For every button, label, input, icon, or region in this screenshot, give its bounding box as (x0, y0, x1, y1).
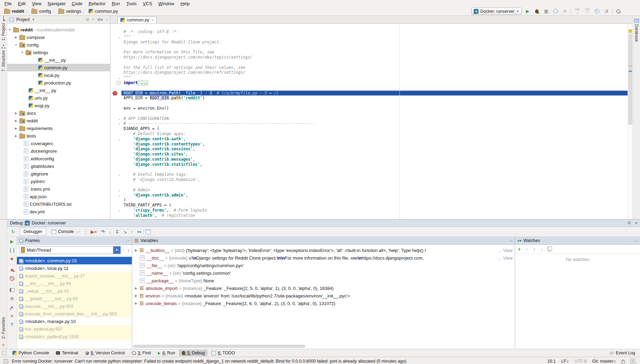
evaluate-expression-icon[interactable] (146, 230, 151, 234)
pin-tab-icon[interactable] (11, 306, 13, 308)
dock-icon[interactable]: →▪ (508, 239, 512, 242)
toolwindow-button-python-console[interactable]: Python Console (10, 350, 52, 356)
gutter[interactable] (110, 50, 121, 55)
menu-window[interactable]: Window (155, 1, 177, 7)
chevron-down-icon[interactable]: ▼ (113, 246, 120, 254)
caret-position[interactable]: 15:1 (547, 359, 555, 364)
event-log-button[interactable]: Event Log (610, 351, 635, 355)
tree-item-.travis.yml[interactable]: .travis.yml (7, 185, 110, 193)
toolwindow-button-3-find[interactable]: 3: Find (129, 350, 154, 356)
gutter[interactable]: ▾ (110, 172, 121, 177)
gutter[interactable] (110, 198, 121, 203)
gutter[interactable] (110, 85, 121, 91)
git-branch-widget[interactable]: Git: master⇵ (592, 359, 616, 364)
gutter[interactable] (110, 65, 121, 70)
step-out-icon[interactable]: ↑ (131, 229, 134, 234)
local-history-button[interactable] (593, 8, 600, 15)
gutter[interactable] (110, 182, 121, 188)
gutter[interactable] (110, 131, 121, 136)
toolwindow-button-4-run[interactable]: ▶4: Run (155, 350, 178, 356)
menu-file[interactable]: File (1, 1, 15, 7)
chevron-collapsed-icon[interactable]: ▶ (135, 302, 140, 305)
menu-help[interactable]: Help (177, 1, 193, 7)
frame-row[interactable]: __getattr__, __init__.py:55 (17, 295, 132, 302)
editor-tab-common-py[interactable]: common.py × (117, 17, 157, 23)
menu-code[interactable]: Code (69, 1, 86, 7)
gutter[interactable]: ▾ (110, 208, 121, 213)
mute-breakpoints-icon[interactable] (10, 276, 14, 281)
sidebar-item-favorites[interactable]: 2: Favorites (1, 317, 6, 339)
tree-item-config[interactable]: ▼config (7, 41, 110, 49)
step-into-my-code-icon[interactable]: ↧ (115, 229, 119, 234)
gutter[interactable] (110, 203, 121, 208)
help-icon[interactable]: ? (11, 321, 13, 327)
gutter[interactable] (110, 60, 121, 65)
step-into-icon[interactable]: ↓ (109, 229, 111, 234)
gutter[interactable] (110, 44, 121, 50)
line-ending-selector[interactable]: LF⇵ (561, 359, 569, 364)
menu-edit[interactable]: Edit (15, 1, 29, 7)
duplicate-watch-icon[interactable] (548, 247, 551, 251)
menu-view[interactable]: View (29, 1, 45, 7)
variable-row[interactable]: ▶unicode_literals = {instance} _Feature:… (132, 300, 515, 307)
variable-row[interactable]: ▶absolute_import = {instance} _Feature: … (132, 284, 515, 292)
editor[interactable]: common.py × # -*- coding: utf-8 -*-▾"""D… (110, 16, 633, 219)
chevron-down-icon[interactable]: ▼ (32, 18, 35, 21)
tree-item-compose[interactable]: ▶compose (7, 33, 110, 41)
add-watch-icon[interactable]: + (518, 246, 521, 252)
gutter[interactable]: ▾ (110, 116, 121, 121)
variable-row[interactable]: 18__package__ = {NoneType} None (132, 277, 515, 284)
tree-item-reddit[interactable]: ▶reddit (7, 117, 110, 124)
gutter[interactable]: ▾ (110, 188, 121, 193)
scrollbar-thumb[interactable] (628, 33, 632, 125)
gutter[interactable]: ▾ (110, 193, 121, 198)
tree-item-app.json[interactable]: app.json (7, 193, 110, 200)
variable-row[interactable]: ▶environ = {module} <module 'environ' fr… (132, 292, 515, 300)
rollback-button[interactable]: ↺ (603, 8, 610, 15)
gutter[interactable]: ▾ (110, 34, 121, 40)
gutter[interactable]: ▾ (110, 121, 121, 126)
frame-row[interactable]: <module>, manage.py:10 (17, 317, 132, 325)
variable-row[interactable]: 18__file__ = {str} '/app/config/settings… (132, 262, 515, 269)
debug-button[interactable] (533, 8, 540, 15)
gutter[interactable] (110, 106, 121, 111)
tree-item-docs[interactable]: ▶docs (7, 109, 110, 117)
frame-row[interactable]: <module>, pydevd.py:1530 (17, 333, 132, 340)
show-execution-point-icon[interactable]: ▶≡ (91, 229, 97, 234)
step-over-icon[interactable]: ↷ (101, 229, 105, 234)
frame-row[interactable]: execute, __init__.py:302 (17, 302, 132, 310)
view-link[interactable]: … View (497, 255, 515, 261)
tree-item-.gitignore[interactable]: .gitignore (7, 170, 110, 178)
settings-gear-icon[interactable]: ⚙ (627, 221, 631, 225)
gutter[interactable] (110, 177, 121, 182)
toolwindow-button-9-version-control[interactable]: 9: Version Control (82, 350, 128, 356)
remove-watch-icon[interactable]: − (525, 246, 528, 252)
chevron-collapsed-icon[interactable]: ▶ (14, 36, 18, 39)
chevron-expanded-icon[interactable]: ▼ (20, 51, 24, 54)
variable-row[interactable]: 18__name__ = {str} 'config.settings.comm… (132, 269, 515, 277)
previous-frame-icon[interactable]: ↑ (123, 247, 125, 253)
tree-item-.gitattributes[interactable]: .gitattributes (7, 162, 110, 170)
file-encoding[interactable]: UTF-8 (574, 359, 587, 364)
tree-item-wsgi.py[interactable]: wsgi.py (7, 102, 110, 109)
move-watch-up-icon[interactable]: ↑ (533, 246, 535, 252)
hide-panel-icon[interactable]: ▾ (635, 221, 637, 225)
breadcrumb-item-config[interactable]: config (31, 9, 51, 14)
gutter[interactable] (110, 157, 121, 162)
gutter[interactable] (110, 167, 121, 172)
gutter[interactable] (110, 142, 121, 147)
gravatar-icon[interactable]: ☺ (630, 359, 635, 364)
sidebar-item-database[interactable]: Database (634, 24, 639, 42)
breadcrumb-item-common.py[interactable]: common.py (89, 9, 118, 14)
gutter[interactable] (110, 213, 121, 218)
chevron-collapsed-icon[interactable]: ▶ (14, 127, 18, 130)
frame-row[interactable]: <module>, common.py:15 (17, 257, 132, 264)
gutter[interactable] (110, 29, 121, 34)
resume-icon[interactable]: ▶ (10, 238, 14, 244)
tree-item-requirements[interactable]: ▶requirements (7, 124, 110, 132)
move-watch-down-icon[interactable]: ↓ (540, 246, 543, 252)
fold-expand-icon[interactable]: + (117, 81, 120, 85)
chevron-collapsed-icon[interactable]: ▶ (135, 249, 140, 252)
tree-item-.pylintrc[interactable]: .pylintrc (7, 178, 110, 185)
tree-item-CONTRIBUTORS.txt[interactable]: CONTRIBUTORS.txt (7, 200, 110, 208)
